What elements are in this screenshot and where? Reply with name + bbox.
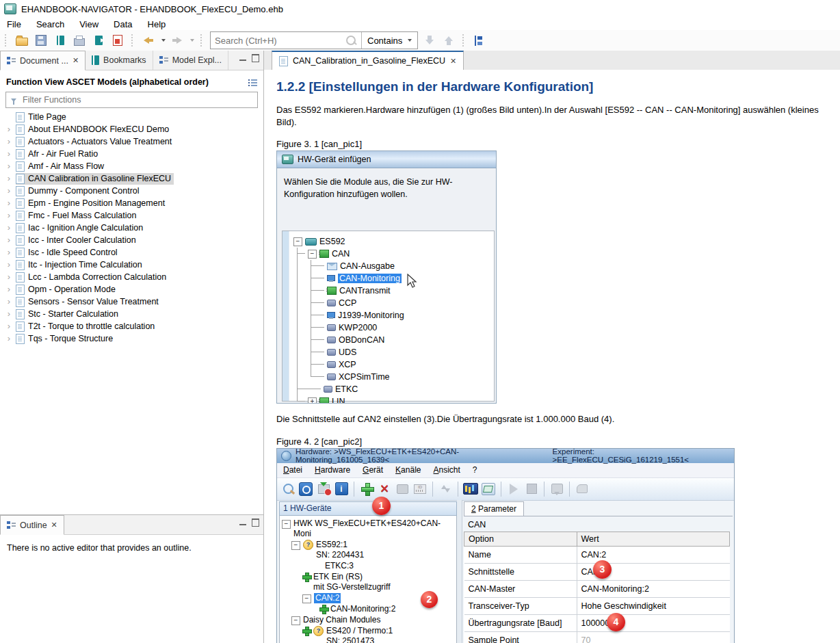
tree-item[interactable]: Actuators - Actuators Value Treatment	[0, 135, 263, 148]
table-row: Übertragungsrate [Baud]1000000	[464, 614, 730, 631]
tree-item[interactable]: Opm - Operation Mode	[0, 283, 263, 296]
tree-item[interactable]: Tqs - Torque Structure	[0, 332, 263, 345]
menu-data[interactable]: Data	[114, 19, 132, 29]
tree-item[interactable]: Sensors - Sensor Value Treatment	[0, 296, 263, 308]
board-icon	[327, 287, 337, 295]
tree-item[interactable]: Itc - Injection Time Calculation	[0, 259, 263, 271]
fig2-toolbar: i ✕ ID	[277, 478, 734, 501]
tab-bookmarks[interactable]: Bookmarks	[86, 51, 153, 70]
export-button[interactable]	[91, 33, 106, 48]
search-input[interactable]	[211, 33, 346, 48]
fig1-tree-item: ES592	[289, 235, 494, 248]
print-button[interactable]	[72, 33, 87, 48]
menu-search[interactable]: Search	[36, 19, 64, 29]
back-icon	[144, 37, 153, 44]
menu-help[interactable]: Help	[148, 19, 166, 29]
fig2-menu-geraet: Gerät	[363, 465, 383, 475]
pdf-button[interactable]	[110, 33, 125, 48]
outline-panel: Outline There is no active editor that p…	[0, 514, 263, 643]
expand-icon	[308, 397, 317, 404]
tree-connector	[297, 248, 298, 402]
tab-outline[interactable]: Outline	[0, 515, 64, 535]
fig2-stop-icon	[524, 482, 539, 497]
back-button[interactable]	[141, 33, 156, 48]
chevron-icon	[5, 311, 12, 317]
minimize-icon[interactable]	[239, 519, 246, 525]
chevron-icon	[5, 286, 12, 293]
maximize-icon[interactable]	[252, 519, 259, 527]
tab-model-explorer[interactable]: Model Expl...	[153, 51, 228, 70]
tree-item[interactable]: Epm - Engine Position Management	[0, 197, 263, 209]
menu-file[interactable]: File	[7, 19, 21, 29]
function-view-title: Function View ASCET Models (alphabetical…	[6, 77, 209, 87]
list-icon[interactable]	[248, 79, 257, 86]
link-with-tree-button[interactable]	[472, 33, 487, 48]
fig1-dialog-titlebar: HW-Gerät einfügen	[277, 151, 496, 168]
plug-icon	[324, 386, 332, 393]
chevron-icon	[5, 163, 12, 170]
maximize-icon[interactable]	[252, 54, 259, 62]
document-icon	[16, 174, 25, 184]
fig2-titlebar: Hardware: >WS_FlexECU+ETK+ES420+CAN-Moni…	[277, 449, 734, 463]
plug-icon	[327, 324, 336, 331]
function-view-header: Function View ASCET Models (alphabetical…	[6, 77, 257, 87]
table-row: Sample Point70	[464, 631, 730, 643]
back-dropdown[interactable]	[161, 39, 166, 42]
chevron-icon	[5, 298, 12, 305]
export-icon	[95, 36, 103, 45]
tree-item[interactable]: Fmc - Fuel Mass Calculation	[0, 209, 263, 222]
fig2-param-tab: 2 Parameter	[464, 501, 524, 516]
annotation-badge-2: 2	[421, 591, 438, 608]
fig2-hw-panel-title: 1 HW-Geräte	[279, 501, 457, 516]
tree-item[interactable]: Lcc - Lambda Correction Calculation	[0, 271, 263, 283]
tab-document[interactable]: Document ...	[0, 51, 86, 70]
app-icon	[4, 3, 16, 14]
fig2-measure-icon	[549, 482, 564, 497]
minimize-icon[interactable]	[239, 54, 246, 61]
figure1-image: HW-Gerät einfügen Wählen Sie die Module …	[276, 150, 497, 404]
fig2-model-icon	[481, 482, 496, 497]
fig2-title-hardware: Hardware: >WS_FlexECU+ETK+ES420+CAN-Moni…	[296, 448, 549, 464]
forward-dropdown[interactable]	[190, 39, 194, 42]
tree-item[interactable]: Amf - Air Mass Flow	[0, 160, 263, 172]
forward-button[interactable]	[170, 33, 185, 48]
filter-input[interactable]	[21, 94, 252, 105]
chevron-down-icon	[408, 39, 412, 42]
fig1-tree-item: KWP2000	[289, 322, 494, 334]
collapse-icon	[308, 250, 317, 259]
tree-item[interactable]: About EHANDBOOK FlexECU Demo	[0, 123, 263, 135]
save-button[interactable]	[34, 33, 49, 48]
tree-item[interactable]: Stc - Starter Calculation	[0, 308, 263, 320]
close-icon[interactable]	[450, 57, 456, 66]
fig2-info-icon: i	[334, 482, 349, 497]
tab-can-calibration[interactable]: CAN_Calibration_in_Gasoline_FlexECU	[272, 51, 464, 70]
tree-item-selected[interactable]: CAN Calibration in Gasoline FlexECU	[0, 172, 263, 185]
fig2-oscilloscope-icon	[463, 482, 478, 497]
tree-item[interactable]: Icc - Inter Cooler Calculation	[0, 234, 263, 246]
fig1-left-strip	[283, 231, 289, 401]
document-content: 1.2.2 [Einstellungen in der Hardware Kon…	[264, 70, 840, 643]
tree-item[interactable]: Title Page	[0, 111, 263, 123]
contains-dropdown[interactable]: Contains	[361, 32, 417, 49]
tree-item[interactable]: Afr - Air Fuel Ratio	[0, 148, 263, 160]
chevron-icon	[5, 212, 12, 219]
close-icon[interactable]	[51, 521, 57, 529]
menu-view[interactable]: View	[79, 19, 99, 29]
green-plus-icon	[302, 573, 311, 581]
search-icon	[346, 36, 356, 45]
tree-item[interactable]: Iac - Ignition Angle Calculation	[0, 222, 263, 234]
handbook-button[interactable]	[53, 33, 68, 48]
previous-result-button[interactable]	[441, 33, 456, 48]
close-icon[interactable]	[73, 56, 79, 65]
document-icon	[16, 309, 25, 319]
document-icon	[16, 260, 25, 270]
pdf-icon	[113, 35, 122, 46]
fig2-delete-icon: ✕	[377, 482, 392, 497]
open-button[interactable]	[14, 33, 29, 48]
next-result-button[interactable]	[422, 33, 437, 48]
fig2-menu-help: ?	[473, 465, 477, 475]
document-icon	[16, 248, 25, 258]
tree-item[interactable]: Dummy - Component Control	[0, 185, 263, 197]
tree-item[interactable]: Isc - Idle Speed Control	[0, 246, 263, 259]
tree-item[interactable]: T2t - Torque to throttle calculation	[0, 320, 263, 332]
